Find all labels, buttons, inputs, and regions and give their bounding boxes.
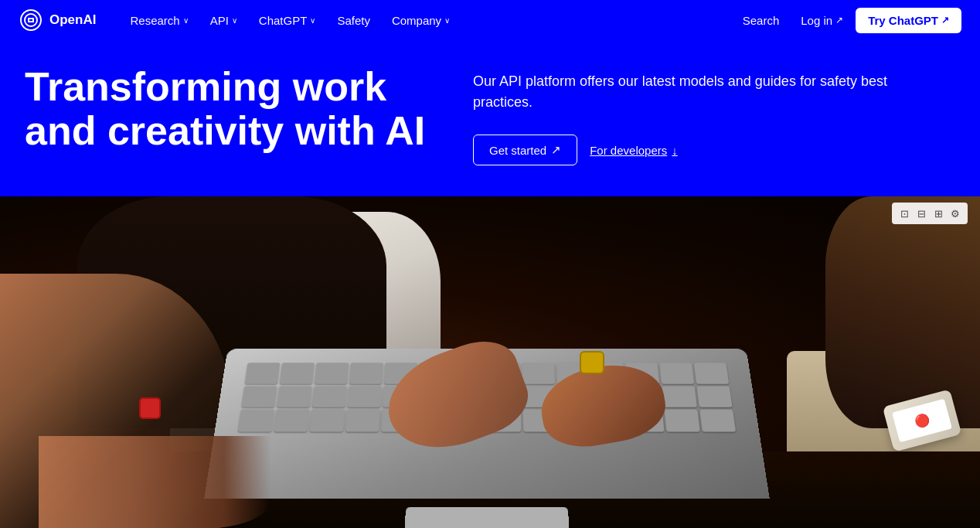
person-right-jacket: [825, 196, 980, 428]
key: [309, 410, 345, 432]
key: [662, 386, 697, 407]
key: [315, 363, 349, 383]
phone-screen: 🔴: [892, 399, 952, 443]
hero-section: Transforming work and creativity with AI…: [0, 40, 980, 196]
login-arrow-icon: ↗: [835, 15, 843, 26]
key: [280, 363, 315, 383]
nav-chatgpt-label: ChatGPT: [259, 14, 308, 27]
try-arrow-icon: ↗: [941, 15, 949, 26]
key: [699, 410, 736, 432]
key: [347, 386, 381, 407]
key: [665, 410, 700, 432]
key: [694, 363, 729, 383]
hero-left: Transforming work and creativity with AI: [25, 65, 427, 153]
for-developers-arrow-icon: ↓: [672, 144, 678, 157]
for-developers-label: For developers: [590, 144, 667, 157]
get-started-button[interactable]: Get started ↗: [473, 135, 577, 165]
nav-research-label: Research: [130, 14, 179, 27]
brand-name: OpenAI: [49, 12, 96, 28]
nav-api-label: API: [210, 14, 229, 27]
nav-item-safety[interactable]: Safety: [328, 9, 379, 32]
image-section: ⊡ ⊟ ⊞ ⚙: [0, 196, 980, 528]
try-chatgpt-button[interactable]: Try ChatGPT ↗: [856, 8, 961, 33]
nav-safety-label: Safety: [337, 14, 370, 27]
nav-item-api[interactable]: API ∨: [201, 9, 247, 32]
laptop-trackpad: [404, 507, 570, 528]
for-developers-button[interactable]: For developers ↓: [590, 144, 678, 157]
key: [522, 363, 556, 383]
toolbar-icon-3[interactable]: ⊞: [931, 206, 946, 221]
hero-description: Our API platform offers our latest model…: [473, 71, 906, 113]
nav-research-chevron: ∨: [183, 16, 189, 25]
navbar: OpenAI Research ∨ API ∨ ChatGPT ∨ Safety…: [0, 0, 980, 40]
key: [345, 410, 380, 432]
key: [349, 363, 383, 383]
toolbar-icon-2[interactable]: ⊟: [914, 206, 929, 221]
try-chatgpt-label: Try ChatGPT: [868, 14, 938, 27]
nav-item-research[interactable]: Research ∨: [121, 9, 197, 32]
nav-company-label: Company: [392, 14, 441, 27]
key: [277, 386, 311, 407]
hero-image: 🔴: [0, 196, 980, 528]
key: [245, 363, 280, 383]
nav-links: Research ∨ API ∨ ChatGPT ∨ Safety Compan…: [121, 9, 733, 32]
nav-chatgpt-chevron: ∨: [310, 16, 315, 25]
key: [659, 363, 694, 383]
nav-company-chevron: ∨: [444, 16, 450, 25]
key: [312, 386, 347, 407]
key: [697, 386, 733, 407]
hero-right: Our API platform offers our latest model…: [473, 65, 955, 165]
get-started-arrow-icon: ↗: [551, 143, 561, 157]
search-label: Search: [743, 14, 780, 27]
hero-buttons: Get started ↗ For developers ↓: [473, 135, 955, 165]
key: [274, 410, 309, 432]
image-toolbar: ⊡ ⊟ ⊞ ⚙: [892, 203, 968, 224]
login-button[interactable]: Log in ↗: [791, 9, 852, 32]
get-started-label: Get started: [489, 144, 546, 157]
logo[interactable]: OpenAI: [19, 8, 96, 32]
key: [241, 386, 277, 407]
toolbar-settings-icon[interactable]: ⚙: [948, 206, 963, 221]
search-button[interactable]: Search: [733, 9, 789, 32]
nav-right: Search Log in ↗ Try ChatGPT ↗: [733, 8, 961, 33]
nav-item-chatgpt[interactable]: ChatGPT ∨: [250, 9, 325, 32]
watch-left: [139, 397, 161, 419]
toolbar-icon-1[interactable]: ⊡: [897, 206, 912, 221]
watch-right: [580, 351, 604, 374]
person-bottom-arm: [39, 436, 271, 528]
nav-api-chevron: ∨: [232, 16, 237, 25]
key: [238, 410, 274, 432]
login-label: Log in: [801, 14, 832, 27]
nav-item-company[interactable]: Company ∨: [383, 9, 459, 32]
hero-title: Transforming work and creativity with AI: [25, 65, 427, 153]
